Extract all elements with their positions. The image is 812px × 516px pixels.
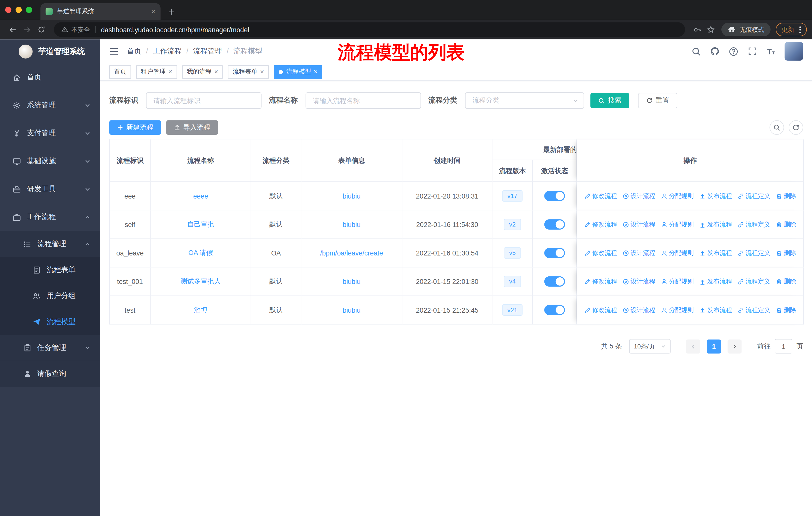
prev-page-button[interactable] — [686, 340, 700, 353]
sidebar-collapse-icon[interactable] — [108, 46, 120, 57]
op-design[interactable]: 设计流程 — [622, 191, 656, 200]
help-icon[interactable] — [729, 46, 738, 56]
op-design[interactable]: 设计流程 — [622, 249, 656, 257]
process-category-select[interactable]: 流程分类 — [465, 92, 584, 109]
op-edit[interactable]: 修改流程 — [584, 306, 617, 315]
op-assign-user[interactable]: 分配规则 — [661, 220, 694, 229]
breadcrumb-workflow[interactable]: 工作流程 — [146, 47, 182, 56]
font-size-icon[interactable] — [766, 46, 776, 56]
op-delete[interactable]: 删除 — [776, 277, 796, 286]
op-delete[interactable]: 删除 — [776, 306, 796, 315]
form-link[interactable]: biubiu — [343, 192, 360, 200]
user-avatar[interactable] — [785, 42, 803, 61]
zoom-window-button[interactable] — [26, 7, 32, 13]
form-link[interactable]: biubiu — [343, 278, 360, 286]
active-toggle[interactable] — [544, 248, 565, 258]
toggle-search-button[interactable] — [770, 120, 784, 135]
op-design[interactable]: 设计流程 — [622, 220, 656, 229]
bookmark-star-icon[interactable] — [704, 23, 717, 36]
page-size-select[interactable]: 10条/页 — [629, 339, 671, 354]
page-number-button[interactable]: 1 — [707, 340, 721, 353]
active-toggle[interactable] — [544, 276, 565, 287]
sidebar-item-devtools[interactable]: 研发工具 — [0, 175, 100, 203]
browser-update-button[interactable]: 更新 — [776, 23, 807, 36]
process-name-link[interactable]: 测试多审批人 — [180, 277, 221, 286]
op-publish[interactable]: 发布流程 — [699, 277, 732, 286]
sidebar-item-process-management[interactable]: 流程管理 — [0, 231, 100, 257]
tag-process-forms[interactable]: 流程表单 — [228, 65, 269, 78]
form-link[interactable]: /bpm/oa/leave/create — [320, 249, 383, 257]
goto-page-input[interactable] — [775, 339, 792, 354]
op-definition-link[interactable]: 流程定义 — [737, 220, 771, 229]
active-toggle[interactable] — [544, 191, 565, 201]
minimize-window-button[interactable] — [16, 7, 22, 13]
op-definition-link[interactable]: 流程定义 — [737, 306, 771, 315]
close-icon[interactable] — [168, 68, 172, 76]
new-tab-button[interactable] — [168, 8, 175, 16]
op-assign-user[interactable]: 分配规则 — [661, 277, 694, 286]
active-toggle[interactable] — [544, 219, 565, 229]
tag-home[interactable]: 首页 — [109, 65, 131, 78]
create-process-button[interactable]: 新建流程 — [109, 120, 161, 135]
op-definition-link[interactable]: 流程定义 — [737, 191, 771, 200]
op-assign-user[interactable]: 分配规则 — [661, 306, 694, 315]
sidebar-item-system[interactable]: 系统管理 — [0, 91, 100, 119]
close-icon[interactable] — [260, 68, 264, 76]
process-id-input[interactable] — [146, 92, 262, 109]
fullscreen-icon[interactable] — [747, 46, 757, 56]
sidebar-item-home[interactable]: 首页 — [0, 63, 100, 91]
github-icon[interactable] — [710, 46, 720, 56]
process-name-link[interactable]: OA 请假 — [188, 248, 213, 257]
process-name-link[interactable]: 自己审批 — [187, 220, 214, 229]
address-bar[interactable]: 不安全 dashboard.yudao.iocoder.cn/bpm/manag… — [54, 22, 685, 37]
tab-close-icon[interactable] — [151, 7, 155, 16]
browser-tab[interactable]: 芋道管理系统 — [40, 3, 160, 20]
close-icon[interactable] — [214, 68, 218, 76]
breadcrumb-home[interactable]: 首页 — [127, 47, 141, 56]
op-publish[interactable]: 发布流程 — [699, 220, 732, 229]
sidebar-item-payment[interactable]: 支付管理 — [0, 119, 100, 147]
close-window-button[interactable] — [5, 7, 11, 13]
search-icon[interactable] — [691, 46, 701, 56]
op-delete[interactable]: 删除 — [776, 220, 796, 229]
op-assign-user[interactable]: 分配规则 — [661, 249, 694, 257]
reset-button[interactable]: 重置 — [638, 93, 677, 108]
password-key-icon[interactable] — [690, 23, 704, 36]
sidebar-item-user-groups[interactable]: 用户分组 — [0, 283, 100, 309]
op-definition-link[interactable]: 流程定义 — [737, 249, 771, 257]
breadcrumb-process-management[interactable]: 流程管理 — [186, 47, 222, 56]
op-edit[interactable]: 修改流程 — [584, 191, 617, 200]
op-publish[interactable]: 发布流程 — [699, 191, 732, 200]
form-link[interactable]: biubiu — [343, 306, 360, 314]
app-logo[interactable]: 芋道管理系统 — [0, 39, 100, 63]
op-delete[interactable]: 删除 — [776, 191, 796, 200]
op-design[interactable]: 设计流程 — [622, 306, 656, 315]
op-edit[interactable]: 修改流程 — [584, 249, 617, 257]
op-publish[interactable]: 发布流程 — [699, 249, 732, 257]
tag-process-models[interactable]: 流程模型 — [274, 65, 322, 78]
op-assign-user[interactable]: 分配规则 — [661, 191, 694, 200]
incognito-badge[interactable]: 无痕模式 — [721, 23, 771, 36]
op-delete[interactable]: 删除 — [776, 249, 796, 257]
sidebar-item-workflow[interactable]: 工作流程 — [0, 203, 100, 231]
reload-button[interactable] — [34, 22, 49, 37]
browser-menu-icon[interactable] — [799, 26, 801, 33]
tag-my-processes[interactable]: 我的流程 — [182, 65, 223, 78]
import-process-button[interactable]: 导入流程 — [166, 120, 218, 135]
process-name-input[interactable] — [306, 92, 421, 109]
security-warning[interactable]: 不安全 — [61, 25, 90, 34]
search-button[interactable]: 搜索 — [590, 93, 629, 108]
sidebar-item-process-forms[interactable]: 流程表单 — [0, 257, 100, 283]
sidebar-item-process-models[interactable]: 流程模型 — [0, 309, 100, 335]
form-link[interactable]: biubiu — [343, 220, 360, 228]
refresh-table-button[interactable] — [789, 120, 803, 135]
sidebar-item-task-management[interactable]: 任务管理 — [0, 335, 100, 361]
process-name-link[interactable]: 滔博 — [194, 305, 207, 315]
back-button[interactable] — [5, 22, 20, 37]
active-toggle[interactable] — [544, 305, 565, 315]
op-publish[interactable]: 发布流程 — [699, 306, 732, 315]
sidebar-item-infrastructure[interactable]: 基础设施 — [0, 147, 100, 175]
forward-button[interactable] — [20, 22, 34, 37]
op-edit[interactable]: 修改流程 — [584, 220, 617, 229]
process-name-link[interactable]: eeee — [193, 192, 208, 200]
